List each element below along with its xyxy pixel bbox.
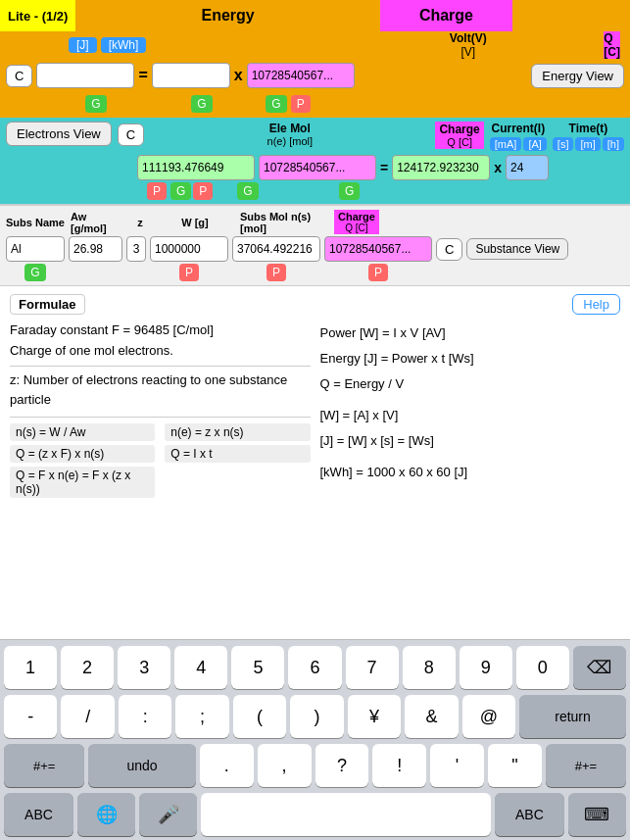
key-0[interactable]: 0 [516, 646, 569, 689]
key-semicolon[interactable]: ; [175, 695, 228, 738]
key-apostrophe[interactable]: ' [430, 744, 484, 787]
key-quote[interactable]: " [488, 744, 542, 787]
key-keyboard[interactable]: ⌨ [568, 793, 626, 836]
subs-g-btn[interactable]: G [24, 264, 45, 281]
electrons-eq: = [380, 160, 388, 175]
right4: [W] = [A] x [V] [320, 403, 621, 428]
key-backspace[interactable]: ⌫ [573, 646, 626, 689]
electrons-view-btn[interactable]: Electrons View [6, 122, 112, 146]
energy-g3-btn[interactable]: G [266, 95, 286, 113]
volt-input[interactable] [152, 63, 230, 88]
key-rparen[interactable]: ) [290, 695, 343, 738]
key-3[interactable]: 3 [118, 646, 170, 689]
ele-p2-btn[interactable]: P [193, 182, 213, 200]
ele-g2-btn[interactable]: G [237, 182, 258, 200]
right1: Power [W] = I x V [AV] [320, 321, 621, 346]
formula1-left: n(s) = W / Aw [10, 423, 155, 441]
key-abc-right[interactable]: ABC [495, 793, 564, 836]
help-btn[interactable]: Help [572, 294, 620, 315]
key-comma[interactable]: , [258, 744, 312, 787]
btn-a[interactable]: [A] [523, 137, 546, 151]
electrons-times: x [494, 160, 502, 175]
key-lparen[interactable]: ( [233, 695, 286, 738]
key-amp[interactable]: & [405, 695, 458, 738]
formula-line3: z: Number of electrons reacting to one s… [10, 371, 311, 412]
lite-badge: Lite - (1/2) [0, 0, 75, 31]
key-hashplus-right[interactable]: #+= [546, 744, 626, 787]
time-input[interactable] [506, 155, 549, 180]
current-input[interactable] [392, 155, 490, 180]
energy-p-btn[interactable]: P [291, 95, 311, 113]
key-hashplus-left[interactable]: #+= [4, 744, 84, 787]
key-9[interactable]: 9 [460, 646, 512, 689]
subs-mol-label: Subs Mol n(s) [mol] [240, 211, 328, 234]
key-4[interactable]: 4 [174, 646, 227, 689]
key-globe[interactable]: 🌐 [77, 793, 135, 836]
key-2[interactable]: 2 [61, 646, 114, 689]
key-5[interactable]: 5 [231, 646, 284, 689]
ele-mol-input[interactable] [137, 155, 255, 180]
right6: [kWh] = 1000 x 60 x 60 [J] [320, 460, 621, 485]
energy-view-btn[interactable]: Energy View [531, 64, 624, 88]
key-space[interactable] [201, 793, 491, 836]
subs-p3-btn[interactable]: P [368, 264, 388, 281]
electrons-c-btn[interactable]: C [118, 124, 144, 146]
aw-input[interactable] [69, 236, 122, 262]
subs-charge-unit: Q [C] [345, 222, 367, 233]
energy-input[interactable] [36, 63, 134, 88]
key-dash[interactable]: - [4, 695, 57, 738]
electrons-charge-unit: Q [C] [447, 136, 472, 148]
key-question[interactable]: ? [315, 744, 369, 787]
key-yen[interactable]: ¥ [348, 695, 401, 738]
btn-j[interactable]: [J] [69, 37, 97, 53]
key-6[interactable]: 6 [288, 646, 341, 689]
subs-mol-input[interactable] [232, 236, 320, 262]
energy-c-btn[interactable]: C [6, 65, 32, 87]
right2: Energy [J] = Power x t [Ws] [320, 346, 621, 371]
btn-ma[interactable]: [mA] [490, 137, 522, 151]
subs-charge-label: Charge [338, 211, 375, 222]
z-input[interactable] [126, 236, 146, 262]
app-title: Energy [75, 0, 379, 31]
key-at[interactable]: @ [462, 695, 515, 738]
substance-view-btn[interactable]: Substance View [466, 238, 568, 260]
subs-c-btn[interactable]: C [436, 238, 462, 261]
formula3: Q = F x n(e) = F x (z x n(s)) [10, 467, 155, 498]
btn-s[interactable]: [s] [553, 137, 574, 151]
key-slash[interactable]: / [61, 695, 114, 738]
z-label: z [137, 217, 143, 228]
btn-kwh[interactable]: [kWh] [101, 37, 147, 53]
key-period[interactable]: . [200, 744, 254, 787]
key-colon[interactable]: : [119, 695, 171, 738]
ele-g1-btn[interactable]: G [170, 182, 191, 200]
key-return[interactable]: return [519, 695, 626, 738]
key-abc-left[interactable]: ABC [4, 793, 73, 836]
w-input[interactable] [150, 236, 228, 262]
charge-header: Charge [380, 0, 512, 31]
formula2-right: Q = I x t [165, 445, 310, 463]
key-mic[interactable]: 🎤 [139, 793, 197, 836]
energy-g2-btn[interactable]: G [191, 95, 212, 113]
subs-p1-btn[interactable]: P [179, 264, 199, 281]
right5: [J] = [W] x [s] = [Ws] [320, 428, 621, 454]
formula1-right: n(e) = z x n(s) [165, 423, 310, 441]
key-1[interactable]: 1 [4, 646, 57, 689]
energy-g1-btn[interactable]: G [85, 95, 106, 113]
subs-name-input[interactable] [6, 236, 65, 262]
formula-line1: Faraday constant F = 96485 [C/mol] [10, 321, 311, 341]
ele-p1-btn[interactable]: P [147, 182, 167, 200]
btn-m[interactable]: [m] [575, 137, 600, 151]
key-undo[interactable]: undo [88, 744, 196, 787]
electrons-charge-input[interactable] [259, 155, 376, 180]
volt-label: Volt(V) [450, 31, 487, 45]
charge-energy-input[interactable] [247, 63, 355, 88]
ele-g3-btn[interactable]: G [339, 182, 360, 200]
key-exclaim[interactable]: ! [372, 744, 426, 787]
subs-charge-input[interactable] [324, 236, 432, 262]
subs-p2-btn[interactable]: P [267, 264, 286, 281]
btn-h[interactable]: [h] [603, 137, 624, 151]
key-8[interactable]: 8 [403, 646, 456, 689]
key-7[interactable]: 7 [346, 646, 399, 689]
time-label: Time(t) [569, 122, 608, 135]
volt-unit: [V] [460, 45, 475, 59]
